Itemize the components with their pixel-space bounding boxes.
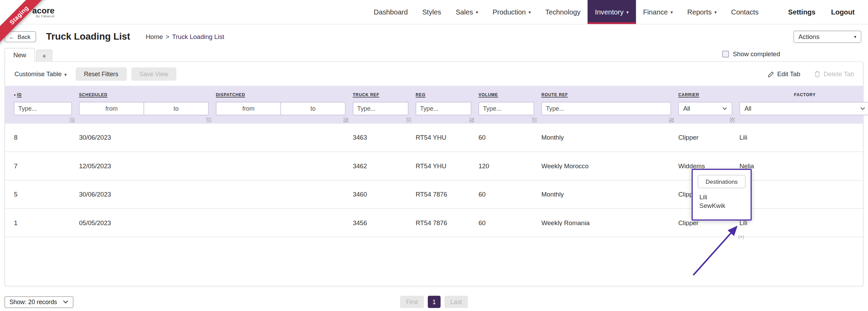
cell-carrier: Widdems [678, 163, 732, 169]
chevron-down-icon: ▾ [64, 72, 66, 77]
breadcrumb-separator: > [166, 33, 169, 40]
nav-item-reports[interactable]: Reports▾ [680, 0, 724, 24]
nav-item-technology[interactable]: Technology [538, 0, 588, 24]
column-resize-handle[interactable] [343, 118, 349, 123]
destination-item: SewKwik [693, 201, 751, 209]
nav-item-inventory[interactable]: Inventory▾ [588, 0, 636, 24]
pencil-icon [768, 71, 774, 77]
cell-route-ref: Weekly Romania [541, 219, 671, 226]
column-header-carrier[interactable]: CARRIER [678, 92, 732, 98]
cell-truck-ref: 3460 [353, 191, 409, 198]
cell-factory: Lili (+) [740, 219, 868, 226]
pagination-page-1-button[interactable]: 1 [428, 296, 441, 308]
scheduled-from-input[interactable] [79, 102, 144, 116]
more-destinations-badge[interactable]: (+) [738, 234, 744, 240]
column-resize-handle[interactable] [730, 118, 735, 123]
cell-volume: 120 [478, 163, 534, 169]
page-header: ← Back Truck Loading List Home > Truck L… [0, 24, 868, 46]
show-completed-checkbox[interactable] [722, 51, 729, 57]
factory-filter-select[interactable]: All [740, 102, 868, 116]
filter-truck-ref [353, 102, 409, 116]
cell-reg: RT54 YHU [416, 163, 472, 169]
sort-desc-icon: ▾ [14, 93, 16, 97]
chevron-down-icon: ▾ [476, 10, 478, 15]
add-tab-button[interactable]: + [36, 50, 52, 62]
volume-filter-input[interactable] [478, 102, 534, 116]
table-footer: Show: 20 records First 1 Last [4, 295, 864, 309]
column-header-scheduled[interactable]: SCHEDULED [79, 92, 208, 98]
column-resize-handle[interactable] [70, 118, 75, 123]
nav-item-contacts[interactable]: Contacts [724, 0, 766, 24]
carrier-filter-select[interactable]: All [678, 102, 732, 116]
column-header-truck-ref[interactable]: TRUCK REF [353, 92, 409, 98]
reg-filter-input[interactable] [416, 102, 472, 116]
nav-item-dashboard[interactable]: Dashboard [366, 0, 415, 24]
nav-item-sales[interactable]: Sales▾ [448, 0, 485, 24]
reset-filters-button[interactable]: Reset Filters [75, 67, 126, 81]
destinations-popup: Destinations Lili SewKwik [692, 169, 752, 220]
nav-links: Dashboard Styles Sales▾ Production▾ Tech… [366, 0, 766, 24]
customise-table-dropdown[interactable]: Customise Table ▾ [14, 71, 67, 77]
nav-right-group: Settings Logout [780, 0, 862, 24]
filter-route-ref [541, 102, 671, 116]
pagination-last-button: Last [444, 296, 468, 308]
scheduled-to-input[interactable] [144, 102, 209, 116]
column-resize-handle[interactable] [669, 118, 674, 123]
column-header-reg[interactable]: REG [416, 92, 472, 98]
tab-new[interactable]: New [4, 48, 35, 62]
cell-route-ref: Monthly [541, 134, 671, 141]
truck-ref-filter-input[interactable] [353, 102, 409, 116]
column-resize-handle[interactable] [532, 118, 537, 123]
cell-truck-ref: 3462 [353, 163, 409, 169]
column-header-route-ref[interactable]: ROUTE REF [541, 92, 671, 98]
back-arrow-icon: ← [9, 33, 15, 40]
logout-link[interactable]: Logout [823, 8, 862, 16]
filter-scheduled [79, 102, 208, 116]
chevron-down-icon: ▾ [671, 10, 673, 15]
cell-reg: RT54 7876 [416, 219, 472, 226]
page-title: Truck Loading List [46, 31, 130, 42]
nav-item-production[interactable]: Production▾ [485, 0, 538, 24]
cell-factory: Nelia [740, 163, 868, 169]
column-header-factory: FACTORY [740, 92, 868, 98]
column-resize-handle[interactable] [406, 118, 411, 123]
cell-scheduled: 30/06/2023 [79, 134, 208, 141]
toolbar-right-group: Edit Tab Delete Tab [768, 71, 854, 77]
back-button[interactable]: ← Back [4, 31, 36, 42]
table-row[interactable]: 8 30/06/2023 3463 RT54 YHU 60 Monthly Cl… [5, 124, 863, 152]
records-per-page-select[interactable]: Show: 20 records [4, 296, 73, 308]
nav-item-finance[interactable]: Finance▾ [636, 0, 680, 24]
filter-row: All All [5, 102, 863, 116]
id-filter-input[interactable] [14, 102, 72, 116]
cell-carrier: Clipper [678, 134, 732, 141]
actions-dropdown[interactable]: Actions ▾ [794, 31, 861, 43]
column-header-dispatched[interactable]: DISPATCHED [216, 92, 345, 98]
dispatched-from-input[interactable] [216, 102, 281, 116]
cell-id: 8 [14, 134, 72, 141]
column-header-id[interactable]: ▾ID [14, 92, 72, 98]
chevron-down-icon [722, 107, 727, 110]
filter-carrier: All [678, 102, 732, 116]
save-view-button: Save View [131, 67, 177, 81]
brand-logo[interactable]: acore By Fabacus [32, 0, 55, 24]
chevron-down-icon: ▾ [626, 10, 628, 15]
nav-item-styles[interactable]: Styles [415, 0, 448, 24]
filter-dispatched [216, 102, 345, 116]
cell-factory: Lili [740, 134, 868, 141]
dispatched-to-input[interactable] [280, 102, 345, 116]
cell-reg: RT54 7876 [416, 191, 472, 198]
cell-reg: RT54 YHU [416, 134, 472, 141]
chevron-down-icon [63, 300, 68, 304]
column-resize-handle[interactable] [469, 118, 474, 123]
delete-tab-button: Delete Tab [815, 71, 854, 77]
settings-link[interactable]: Settings [780, 8, 823, 16]
chevron-down-icon [860, 107, 865, 110]
cell-volume: 60 [478, 219, 534, 226]
breadcrumb-home[interactable]: Home [146, 33, 163, 40]
table-toolbar: Customise Table ▾ Reset Filters Save Vie… [5, 62, 863, 86]
edit-tab-button[interactable]: Edit Tab [768, 71, 800, 77]
route-ref-filter-input[interactable] [541, 102, 671, 116]
column-header-volume[interactable]: VOLUME [478, 92, 534, 98]
column-resize-handle[interactable] [206, 118, 211, 123]
cell-id: 7 [14, 163, 72, 169]
